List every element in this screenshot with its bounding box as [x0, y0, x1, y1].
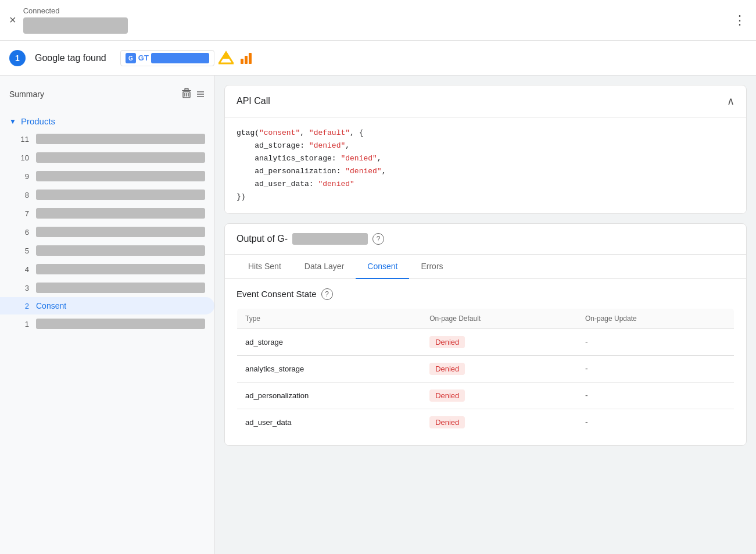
products-header[interactable]: ▼ Products [0, 113, 214, 130]
item-bar-11 [36, 134, 205, 144]
connected-bar [23, 17, 128, 34]
products-label: Products [21, 116, 55, 126]
output-help-icon[interactable]: ? [372, 233, 384, 245]
item-bar-7 [36, 208, 205, 219]
svg-rect-5 [245, 56, 248, 64]
connected-section: Connected [23, 6, 128, 34]
code-trail3: , [382, 167, 386, 176]
code-line-3: analytics_storage: "denied", [237, 152, 734, 165]
consent-default-ad-user-data: Denied [421, 409, 577, 435]
code-trail2: , [377, 154, 382, 163]
google-ads-icon[interactable] [218, 50, 234, 66]
products-chevron-icon: ▼ [9, 117, 16, 126]
item-bar-5 [36, 245, 205, 256]
consent-table: Type On-page Default On-page Update ad_s… [237, 308, 734, 436]
gt-redacted-bar [151, 53, 209, 63]
denied-badge-ad-user-data: Denied [429, 416, 465, 428]
dash-ad-user-data: - [585, 417, 588, 427]
gtag-button[interactable]: G GT [120, 50, 214, 66]
item-num-1: 1 [19, 320, 29, 328]
svg-rect-6 [249, 53, 252, 64]
consent-type-ad-storage: ad_storage [237, 328, 422, 355]
col-type: Type [237, 308, 422, 328]
connected-label: Connected [23, 6, 128, 15]
top-bar-left: × Connected [9, 6, 128, 34]
consent-section: Event Consent State ? Type On-page Defau… [225, 279, 746, 445]
content-area: API Call ∧ gtag("consent", "default", { … [215, 76, 756, 554]
analytics-svg [238, 51, 253, 66]
google-analytics-icon[interactable] [238, 50, 254, 66]
code-close: }) [237, 192, 246, 201]
consent-update-ad-storage: - [577, 328, 734, 355]
products-section: ▼ Products 11 10 9 8 [0, 110, 214, 335]
code-line-4: ad_personalization: "denied", [237, 165, 734, 178]
consent-type-analytics-storage: analytics_storage [237, 355, 422, 382]
denied-badge-analytics-storage: Denied [429, 363, 465, 375]
consent-table-header-row: Type On-page Default On-page Update [237, 308, 734, 328]
code-ad-storage-key: ad_storage: [237, 141, 309, 150]
output-card: Output of G- ? Hits Sent Data Layer Cons… [224, 223, 747, 446]
col-update: On-page Update [577, 308, 734, 328]
code-analytics-val: "denied" [341, 154, 377, 163]
item-bar-4 [36, 264, 205, 274]
close-button[interactable]: × [9, 13, 16, 27]
tag-number-badge: 1 [9, 50, 26, 66]
consent-update-ad-user-data: - [577, 409, 734, 435]
sidebar-item-10[interactable]: 10 [0, 148, 214, 167]
svg-text:G: G [128, 55, 133, 62]
sidebar-item-3[interactable]: 3 [0, 278, 214, 297]
tag-header: 1 Google tag found G GT [0, 41, 756, 76]
code-consent-str: "consent" [259, 128, 300, 137]
item-num-9: 9 [19, 172, 29, 181]
sidebar-item-2[interactable]: 2 Consent [0, 297, 214, 314]
sidebar-item-7[interactable]: 7 [0, 204, 214, 223]
consent-help-icon[interactable]: ? [321, 288, 333, 300]
tab-consent[interactable]: Consent [356, 255, 409, 279]
code-analytics-key: analytics_storage: [237, 154, 341, 163]
code-comma1: , [300, 128, 309, 137]
item-bar-3 [36, 283, 205, 293]
sidebar-item-6[interactable]: 6 [0, 223, 214, 241]
code-line-6: }) [237, 191, 734, 203]
code-block: gtag("consent", "default", { ad_storage:… [225, 117, 746, 213]
item-bar-6 [36, 227, 205, 237]
consent-update-analytics-storage: - [577, 355, 734, 382]
item-num-11: 11 [19, 135, 29, 144]
code-ad-person-val: "denied" [345, 167, 381, 176]
output-header: Output of G- ? [225, 224, 746, 255]
delete-icon[interactable] [181, 87, 205, 101]
sidebar-item-9[interactable]: 9 [0, 167, 214, 185]
code-line-2: ad_storage: "denied", [237, 140, 734, 152]
consent-default-analytics-storage: Denied [421, 355, 577, 382]
consent-update-ad-personalization: - [577, 382, 734, 409]
code-ad-user-key: ad_user_data: [237, 180, 318, 188]
dash-analytics-storage: - [585, 364, 588, 373]
sidebar-item-4[interactable]: 4 [0, 260, 214, 278]
tag-title: Google tag found [35, 53, 106, 63]
dash-ad-personalization: - [585, 391, 588, 400]
code-line-1: gtag("consent", "default", { [237, 127, 734, 140]
sidebar-item-5[interactable]: 5 [0, 241, 214, 260]
tabs-row: Hits Sent Data Layer Consent Errors [225, 255, 746, 279]
ads-svg [218, 51, 234, 66]
collapse-icon[interactable]: ∧ [727, 95, 734, 108]
item-bar-8 [36, 190, 205, 200]
summary-label: Summary [9, 90, 44, 99]
code-line-5: ad_user_data: "denied" [237, 178, 734, 191]
svg-rect-4 [241, 59, 243, 64]
consent-row-ad-personalization: ad_personalization Denied - [237, 382, 734, 409]
code-ad-user-val: "denied" [318, 180, 354, 188]
item-bar-10 [36, 152, 205, 163]
item-num-5: 5 [19, 246, 29, 255]
item-num-4: 4 [19, 265, 29, 274]
consent-type-ad-user-data: ad_user_data [237, 409, 422, 435]
gtag-icon: G [126, 53, 136, 63]
tab-hits-sent[interactable]: Hits Sent [237, 255, 293, 279]
sidebar-item-8[interactable]: 8 [0, 185, 214, 204]
tab-errors[interactable]: Errors [409, 255, 454, 279]
more-button[interactable]: ⋮ [733, 13, 747, 28]
sidebar-item-11[interactable]: 11 [0, 130, 214, 148]
tab-data-layer[interactable]: Data Layer [293, 255, 356, 279]
sidebar-item-1[interactable]: 1 [0, 314, 214, 333]
item-num-8: 8 [19, 191, 29, 199]
